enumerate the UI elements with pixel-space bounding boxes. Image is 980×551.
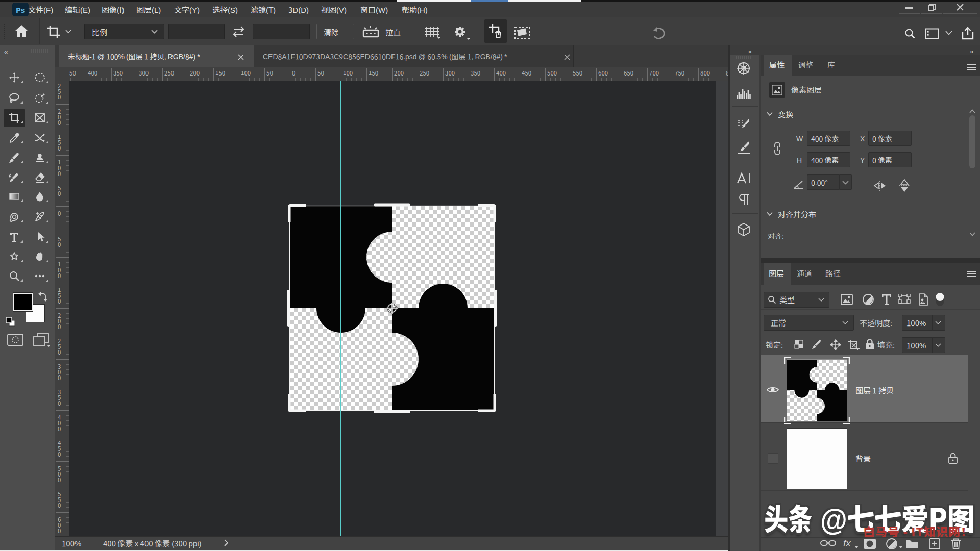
svg-text:fx: fx — [843, 538, 851, 548]
